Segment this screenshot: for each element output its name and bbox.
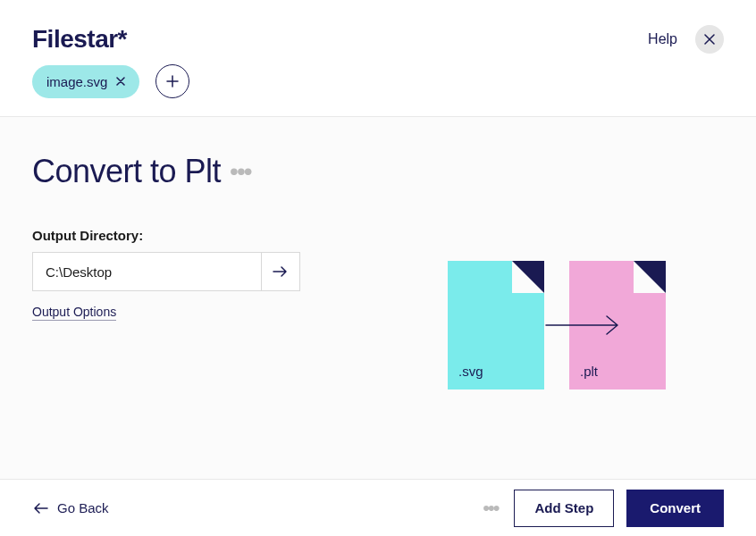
- output-directory-input[interactable]: [32, 252, 261, 291]
- browse-directory-button[interactable]: [261, 252, 300, 291]
- add-step-button[interactable]: Add Step: [514, 490, 614, 527]
- output-options-link[interactable]: Output Options: [32, 305, 116, 321]
- footer-more-button[interactable]: •••: [483, 497, 498, 520]
- output-directory-label: Output Directory:: [32, 228, 336, 243]
- source-file-card: .svg: [448, 261, 544, 389]
- plus-icon: [166, 75, 179, 88]
- close-icon: [116, 77, 125, 86]
- add-file-button[interactable]: [155, 64, 189, 98]
- title-more-icon[interactable]: •••: [230, 157, 250, 186]
- arrow-right-icon: [544, 314, 625, 336]
- go-back-button[interactable]: Go Back: [32, 500, 109, 515]
- close-button[interactable]: [695, 25, 724, 54]
- convert-button[interactable]: Convert: [626, 490, 724, 527]
- file-chip[interactable]: image.svg: [32, 65, 139, 98]
- arrow-left-icon: [32, 502, 48, 515]
- file-fold-icon: [634, 261, 666, 293]
- target-file-ext: .plt: [580, 364, 598, 379]
- go-back-label: Go Back: [57, 500, 109, 515]
- source-file-ext: .svg: [458, 364, 483, 379]
- file-fold-icon: [512, 261, 544, 293]
- remove-file-button[interactable]: [116, 74, 125, 88]
- help-link[interactable]: Help: [648, 31, 677, 47]
- page-title: Convert to Plt: [32, 153, 221, 190]
- app-star: *: [118, 25, 127, 53]
- close-icon: [704, 34, 715, 45]
- app-logo: Filestar*: [32, 25, 127, 54]
- app-name: Filestar: [32, 25, 118, 53]
- file-chip-label: image.svg: [46, 74, 107, 89]
- conversion-illustration: .svg .plt: [390, 153, 724, 479]
- arrow-right-icon: [273, 265, 289, 278]
